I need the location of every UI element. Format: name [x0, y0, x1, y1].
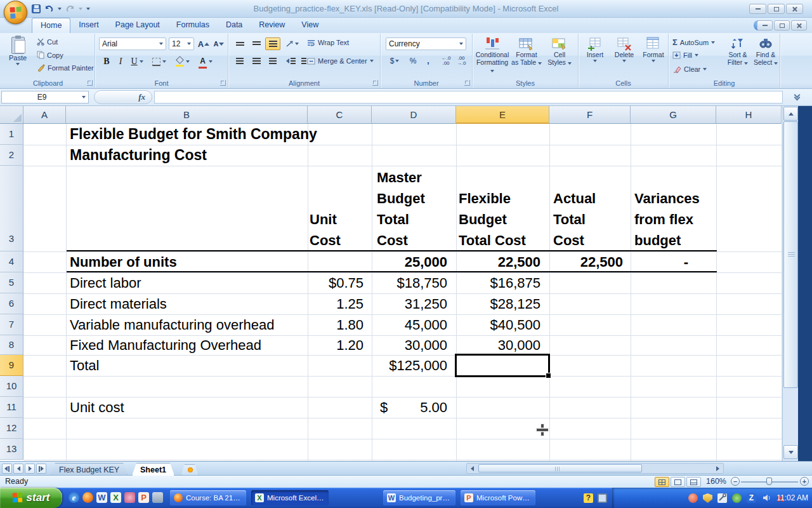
underline-button[interactable]: U	[128, 55, 146, 68]
app-close-button[interactable]	[786, 4, 803, 14]
cell-B9[interactable]: Total	[70, 355, 99, 376]
horizontal-scroll-thumb[interactable]	[478, 464, 642, 472]
scroll-up-icon[interactable]	[783, 107, 798, 121]
start-button[interactable]: start	[0, 488, 62, 508]
tab-data[interactable]: Data	[218, 18, 251, 33]
accounting-format-button[interactable]: $	[386, 55, 403, 67]
tab-insert[interactable]: Insert	[70, 18, 107, 33]
row-header-10[interactable]: 10	[0, 376, 23, 397]
delete-cells-button[interactable]: Delete	[610, 37, 638, 62]
green-tray-icon[interactable]	[732, 493, 742, 503]
autosum-button[interactable]: Σ AutoSum	[672, 37, 715, 47]
row-header-2[interactable]: 2	[0, 145, 23, 166]
word-quicklaunch-icon[interactable]: W	[96, 492, 107, 503]
cell-C6[interactable]: 1.25	[308, 293, 363, 314]
row-header-9[interactable]: 9	[0, 355, 23, 376]
orientation-button[interactable]	[283, 37, 301, 50]
row-header-3[interactable]: 3	[0, 166, 23, 251]
insert-worksheet-icon[interactable]	[181, 464, 199, 476]
align-bottom-button[interactable]	[265, 37, 280, 50]
cell-styles-button[interactable]: Cell Styles	[544, 37, 575, 66]
cell-E7[interactable]: $40,500	[456, 314, 540, 335]
save-icon[interactable]	[32, 4, 41, 13]
taskbar-task-word[interactable]: W Budgeting_practice-fl...	[383, 490, 455, 505]
format-painter-button[interactable]: Format Painter	[37, 64, 94, 72]
column-header-a[interactable]: A	[23, 106, 66, 124]
insert-cells-button[interactable]: Insert	[581, 37, 609, 62]
cell-E3[interactable]: Flexible Budget Total Cost	[459, 166, 549, 251]
percent-style-button[interactable]: %	[406, 55, 420, 67]
workbook-close-button[interactable]	[791, 20, 807, 30]
undo-icon[interactable]	[44, 4, 54, 13]
vertical-scroll-thumb[interactable]	[783, 121, 798, 388]
shrink-font-button[interactable]: A	[212, 37, 226, 50]
decrease-indent-button[interactable]	[283, 55, 298, 67]
taskbar-task-excel[interactable]: X Microsoft Excel - Bud...	[251, 490, 329, 505]
cell-D11[interactable]: $ 5.00	[372, 397, 447, 418]
scroll-left-icon[interactable]	[468, 464, 477, 472]
cell-B4[interactable]: Number of units	[70, 251, 177, 272]
app-restore-button[interactable]	[768, 4, 785, 14]
select-all-button[interactable]	[0, 106, 23, 124]
cell-C5[interactable]: $0.75	[308, 272, 363, 293]
cell-D3[interactable]: Master Budget Total Cost	[377, 166, 456, 251]
first-sheet-icon[interactable]	[2, 464, 12, 474]
cell-G4[interactable]: -	[631, 251, 688, 272]
column-header-h[interactable]: H	[716, 106, 782, 124]
ie-quicklaunch-icon[interactable]: e	[69, 492, 79, 503]
vertical-scrollbar[interactable]	[782, 106, 798, 461]
sheet-tab-sheet1[interactable]: Sheet1	[132, 463, 174, 476]
excel-quicklaunch-icon[interactable]: X	[110, 492, 121, 503]
wrench-tray-icon[interactable]	[717, 493, 727, 503]
page-layout-view-button[interactable]	[671, 477, 685, 487]
shield-tray-icon[interactable]	[703, 493, 712, 503]
cell-C7[interactable]: 1.80	[308, 314, 363, 335]
merge-center-button[interactable]: Merge & Center	[307, 57, 374, 65]
scroll-right-icon[interactable]	[713, 464, 723, 472]
firefox-quicklaunch-icon[interactable]	[82, 492, 93, 503]
undo-dropdown-icon[interactable]	[58, 8, 62, 10]
cell-E4[interactable]: 22,500	[456, 251, 540, 272]
powerpoint-quicklaunch-icon[interactable]: P	[138, 492, 149, 503]
redo-icon[interactable]	[65, 4, 75, 13]
cell-D9[interactable]: $125,000	[372, 355, 447, 376]
increase-decimal-button[interactable]: ←.0.00	[439, 55, 453, 67]
zoom-slider-thumb[interactable]	[766, 478, 772, 485]
row-header-8[interactable]: 8	[0, 335, 23, 355]
taskbar-task-firefox[interactable]: Course: BA 213: Man...	[170, 490, 246, 505]
column-header-c[interactable]: C	[308, 106, 372, 124]
cell-D4[interactable]: 25,000	[372, 251, 447, 272]
taskbar-task-powerpoint[interactable]: P Microsoft PowerPoint ...	[461, 490, 535, 505]
cell-C8[interactable]: 1.20	[308, 335, 363, 355]
font-name-combo[interactable]: Arial	[99, 37, 166, 50]
cell-B2[interactable]: Manufacturing Cost	[70, 145, 207, 166]
align-center-button[interactable]	[249, 55, 264, 67]
row-header-4[interactable]: 4	[0, 251, 23, 272]
cell-C3[interactable]: Unit Cost	[310, 166, 371, 251]
font-color-button[interactable]: A	[195, 55, 216, 68]
clipboard-dialog-launcher[interactable]	[87, 80, 93, 86]
format-as-table-button[interactable]: Format as Table	[511, 37, 542, 66]
cell-D5[interactable]: $18,750	[372, 272, 447, 293]
workbook-minimize-button[interactable]	[757, 20, 773, 30]
find-select-button[interactable]: Find & Select	[752, 37, 779, 66]
align-top-button[interactable]	[232, 37, 247, 50]
display-tray-icon[interactable]	[598, 493, 607, 503]
fill-button[interactable]: Fill	[672, 51, 698, 59]
decrease-decimal-button[interactable]: .00→.0	[454, 55, 468, 67]
row-header-5[interactable]: 5	[0, 272, 23, 293]
cell-B6[interactable]: Direct materials	[70, 293, 167, 314]
alignment-dialog-launcher[interactable]	[372, 80, 378, 86]
zoom-in-button[interactable]: +	[800, 477, 809, 486]
wrap-text-button[interactable]: Wrap Text	[307, 39, 349, 46]
expand-formula-bar-icon[interactable]	[790, 92, 803, 103]
italic-button[interactable]: I	[114, 55, 127, 68]
cell-E8[interactable]: 30,000	[456, 335, 540, 355]
clear-button[interactable]: Clear	[672, 65, 707, 73]
cell-D8[interactable]: 30,000	[372, 335, 447, 355]
bold-button[interactable]: B	[100, 55, 113, 68]
align-right-button[interactable]	[265, 55, 280, 67]
conditional-formatting-button[interactable]: Conditional Formatting	[475, 37, 509, 74]
redo-dropdown-icon[interactable]	[79, 8, 82, 10]
z-tray-icon[interactable]: Z	[747, 493, 756, 503]
